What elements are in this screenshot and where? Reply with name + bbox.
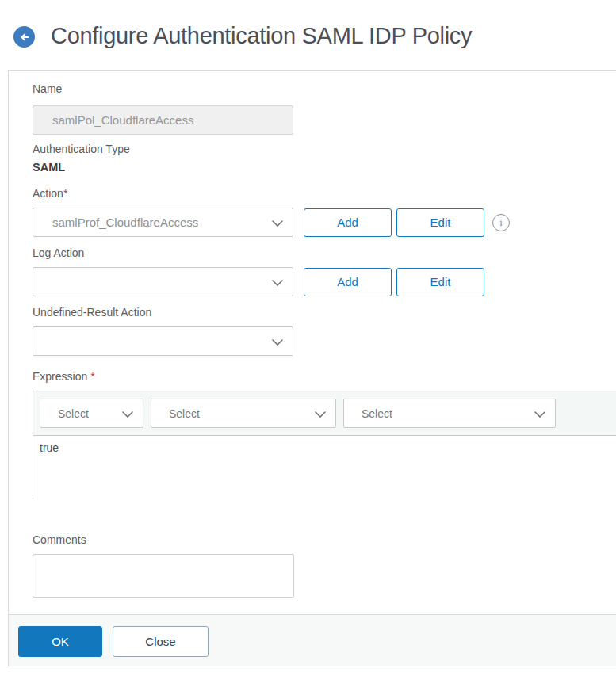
authentication-type-value: SAML	[33, 160, 65, 174]
page-title: Configure Authentication SAML IDP Policy	[51, 23, 472, 49]
back-button[interactable]	[13, 26, 35, 48]
expression-toolbar: Select Select Select	[33, 391, 616, 436]
expression-editor: Select Select Select true	[33, 391, 616, 496]
footer-bar: OK Close	[9, 614, 616, 666]
authentication-type-label: Authentication Type	[33, 142, 130, 156]
form-panel: Name Authentication Type SAML Action* sa…	[8, 70, 616, 666]
chevron-down-icon	[272, 216, 283, 230]
log-action-label: Log Action	[33, 246, 84, 260]
expression-select-3[interactable]: Select	[343, 399, 556, 428]
expression-select-1[interactable]: Select	[40, 399, 143, 428]
ok-button[interactable]: OK	[18, 626, 102, 657]
expression-label-text: Expression	[33, 370, 87, 383]
chevron-down-icon	[534, 407, 545, 421]
close-button[interactable]: Close	[113, 626, 209, 657]
action-label: Action*	[33, 186, 67, 200]
action-select-value: samlProf_CloudflareAccess	[33, 216, 198, 229]
arrow-left-icon	[18, 31, 31, 44]
name-label: Name	[33, 82, 62, 96]
action-add-button[interactable]: Add	[304, 208, 392, 237]
chevron-down-icon	[272, 334, 283, 349]
action-edit-button[interactable]: Edit	[396, 208, 484, 237]
comments-textarea[interactable]	[33, 554, 294, 598]
page-header: Configure Authentication SAML IDP Policy	[0, 0, 616, 70]
expression-select-2[interactable]: Select	[151, 399, 336, 428]
expression-select-1-placeholder: Select	[40, 407, 89, 420]
action-row: samlProf_CloudflareAccess Add Edit i	[33, 208, 510, 237]
undefined-result-action-label: Undefined-Result Action	[33, 305, 151, 319]
expression-select-3-placeholder: Select	[344, 407, 392, 420]
log-action-row: Add Edit	[33, 267, 484, 296]
chevron-down-icon	[122, 407, 133, 421]
chevron-down-icon	[272, 275, 283, 289]
name-input	[33, 105, 293, 135]
action-select[interactable]: samlProf_CloudflareAccess	[33, 208, 293, 237]
log-action-select[interactable]	[33, 267, 293, 296]
expression-textarea[interactable]: true	[33, 436, 616, 496]
undefined-result-action-select[interactable]	[33, 326, 293, 356]
log-action-add-button[interactable]: Add	[304, 268, 392, 296]
expression-label: Expression *	[33, 369, 95, 384]
info-icon[interactable]: i	[492, 214, 510, 231]
log-action-edit-button[interactable]: Edit	[396, 268, 484, 296]
comments-label: Comments	[33, 533, 86, 547]
expression-select-2-placeholder: Select	[151, 407, 200, 420]
chevron-down-icon	[315, 407, 326, 421]
expression-required-mark: *	[90, 370, 94, 383]
